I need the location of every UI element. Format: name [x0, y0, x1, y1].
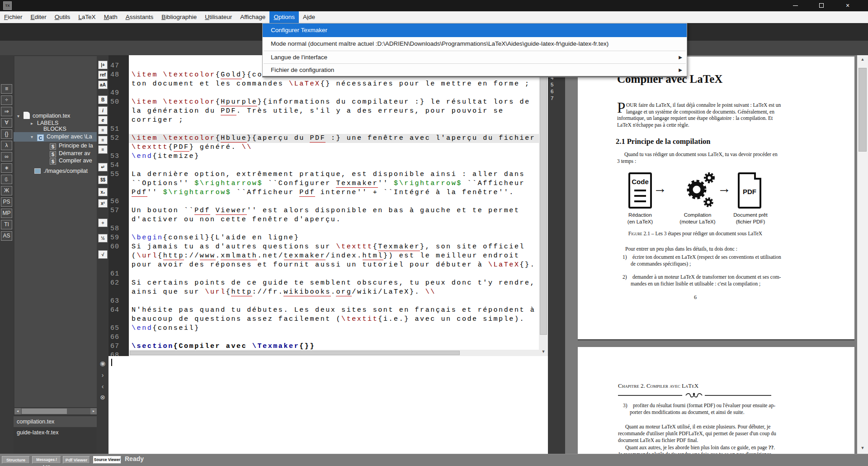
metapost-icon[interactable]: MP	[1, 209, 12, 218]
tree-caret-icon[interactable]: ▾	[17, 111, 24, 121]
sqrt-icon[interactable]: √	[98, 250, 108, 259]
menu-aide[interactable]: Aide	[299, 11, 319, 23]
menu-item-3[interactable]: Fichier de configuration▶	[263, 64, 687, 76]
minimize-button[interactable]	[785, 0, 806, 11]
inline-math-icon[interactable]: $$	[98, 176, 108, 184]
italic-icon[interactable]: i	[98, 106, 108, 115]
tree-item-compiler-avec--la[interactable]: ▾CCompiler avec \La	[14, 132, 97, 142]
bold-icon[interactable]: B	[98, 95, 108, 104]
fractions-icon[interactable]: ÷	[1, 95, 12, 105]
editor-vscroll-thumb[interactable]	[540, 63, 547, 335]
frac-icon[interactable]: ÷	[98, 219, 108, 227]
asymptote-icon[interactable]: AS	[1, 231, 12, 241]
code-line-53: 53\end{itemize}	[108, 152, 539, 161]
align-center-icon[interactable]: ≡	[98, 136, 108, 144]
close-log-icon[interactable]: ⊗	[98, 394, 107, 403]
list-line: demander à un moteur LaTeX de transforme…	[632, 274, 781, 280]
close-button[interactable]: ×	[837, 0, 858, 11]
list-line: mandes en un fichier lisible et utilisab…	[631, 281, 760, 286]
open-file-compilation.tex[interactable]: compilation.tex	[14, 416, 97, 427]
misc-symbols-icon[interactable]: ∗	[1, 163, 12, 173]
menu-affichage[interactable]: Affichage	[236, 11, 269, 23]
menu-editer[interactable]: Editer	[27, 11, 51, 23]
tree-item-compiler-ave[interactable]: SCompiler ave	[14, 157, 97, 165]
tree-item-principe-de-la[interactable]: SPrincipe de la	[14, 142, 97, 150]
menu-item-0[interactable]: Configurer Texmaker	[263, 24, 687, 37]
menu-latex[interactable]: LaTeX	[74, 11, 99, 23]
ref-icon[interactable]: ref	[98, 71, 108, 79]
statusbar-button-messages---log[interactable]: Messages / Log	[32, 456, 61, 464]
source-editor[interactable]: 4748\item \textcolor{Gold}{codton docume…	[108, 55, 548, 356]
menu-utilisateur[interactable]: Utilisateur	[201, 11, 236, 23]
structure-hscrollbar[interactable]: ◂ ▸	[14, 408, 97, 414]
logic-symbols-icon[interactable]: ∀	[1, 118, 12, 128]
menu-item-1[interactable]: Mode normal (document maître actuel :D:\…	[263, 37, 687, 51]
statusbar-button-structure[interactable]: Structure	[2, 456, 30, 464]
pdf-viewer[interactable]: Compiler avec LaTeX P OUR faire du LaTeX…	[565, 55, 857, 454]
statusbar-button-pdf-viewer[interactable]: Pdf Viewer	[63, 456, 90, 464]
menu-options[interactable]: Options	[269, 11, 299, 23]
code-line-57: 57Un bouton ``Pdf Viewer'' est alors dis…	[108, 206, 539, 215]
pdf-vscroll-thumb[interactable]	[859, 68, 867, 152]
pdf-document-icon: PDF	[738, 172, 761, 209]
tree-caret-icon[interactable]: ▾	[31, 132, 37, 142]
eye-icon[interactable]: ◉	[98, 360, 107, 369]
superscript-icon[interactable]: x²	[98, 199, 108, 208]
next-icon[interactable]: ›	[98, 371, 107, 380]
tree-item---images-compilat[interactable]: ./Images/compilat	[14, 166, 97, 176]
structure-tree[interactable]	[14, 56, 97, 407]
scroll-down-icon[interactable]: ▼	[539, 349, 548, 354]
pdf-page-list-item-6[interactable]: 6	[551, 89, 553, 94]
list-line: porter des modifications au document, et…	[630, 409, 745, 415]
open-file-guide-latex-fr.tex[interactable]: guide-latex-fr.tex	[14, 427, 97, 438]
title-bar[interactable]: TX ×	[0, 0, 868, 11]
emph-icon[interactable]: e	[98, 116, 108, 124]
symbol-panels-strip: ≡÷⇒∀{}λ∞∗(].ЖPSMPTIAS	[0, 55, 14, 454]
pstricks-icon[interactable]: PS	[1, 197, 12, 207]
scroll-up-icon[interactable]: ▲	[858, 57, 867, 62]
scroll-down-icon[interactable]: ▼	[858, 446, 867, 450]
statusbar-button-source-viewer[interactable]: Source Viewer	[93, 456, 121, 464]
editor-hscroll-thumb[interactable]	[130, 351, 460, 355]
tree-item-labels[interactable]: ▸LABELS	[14, 120, 97, 126]
pdf-figure: CodeRédaction(en LaTeX)Compilation(moteu…	[617, 168, 774, 228]
pdf-figure-caption: Figure 2.1 – Les 3 étapes pour rédiger u…	[617, 231, 774, 236]
fontsize-icon[interactable]: aA	[98, 81, 108, 89]
align-right-icon[interactable]: ≡	[98, 145, 108, 154]
scroll-thumb[interactable]	[22, 409, 67, 414]
misc-math-icon[interactable]: ∞	[1, 152, 12, 162]
maximize-button[interactable]	[811, 0, 832, 11]
chapter-icon: C	[37, 134, 44, 141]
menu-fichier[interactable]: Fichier	[0, 11, 27, 23]
subscript-icon[interactable]: x₂	[98, 188, 108, 196]
braces-icon[interactable]: {}	[1, 129, 12, 139]
scroll-left-icon[interactable]: ◂	[14, 408, 21, 414]
messages-panel[interactable]	[108, 356, 548, 454]
align-left-icon[interactable]: ≡	[98, 126, 108, 134]
menu-math[interactable]: Math	[100, 11, 122, 23]
pdf-page-list-item-5[interactable]: 5	[551, 82, 553, 87]
line-number: 68	[110, 351, 127, 356]
menu-bibliographie[interactable]: Bibliographie	[157, 11, 201, 23]
dfrac-icon[interactable]: ½	[98, 234, 108, 243]
arrows-icon[interactable]: ⇒	[1, 107, 12, 116]
structure-list-icon[interactable]: ≡	[1, 84, 12, 94]
pdf-page-list-item-7[interactable]: 7	[551, 95, 553, 101]
menu-item-2[interactable]: Langue de l'interface▶	[263, 51, 687, 63]
menu-outils[interactable]: Outils	[51, 11, 75, 23]
accents-icon[interactable]: Ж	[1, 186, 12, 195]
greek-letters-icon[interactable]: λ	[1, 141, 12, 150]
tree-item-blocks[interactable]: BLOCKS	[14, 126, 97, 132]
prev-icon[interactable]: ‹	[98, 383, 107, 392]
tikz-icon[interactable]: TI	[1, 220, 12, 229]
tree-item-compilation-tex[interactable]: ▾compilation.tex	[14, 111, 97, 121]
newline-icon[interactable]: ↵	[98, 163, 108, 171]
editor-hscrollbar[interactable]	[129, 350, 539, 356]
list-marker: 2)	[623, 274, 627, 280]
delimiters-icon[interactable]: (].	[1, 175, 12, 184]
section-icon: S	[50, 151, 56, 157]
scroll-right-icon[interactable]: ▸	[90, 408, 97, 414]
insert-icon[interactable]: |+	[98, 61, 108, 69]
tree-item-d-marrer-av[interactable]: SDémarrer av	[14, 150, 97, 157]
menu-assistants[interactable]: Assistants	[122, 11, 158, 23]
